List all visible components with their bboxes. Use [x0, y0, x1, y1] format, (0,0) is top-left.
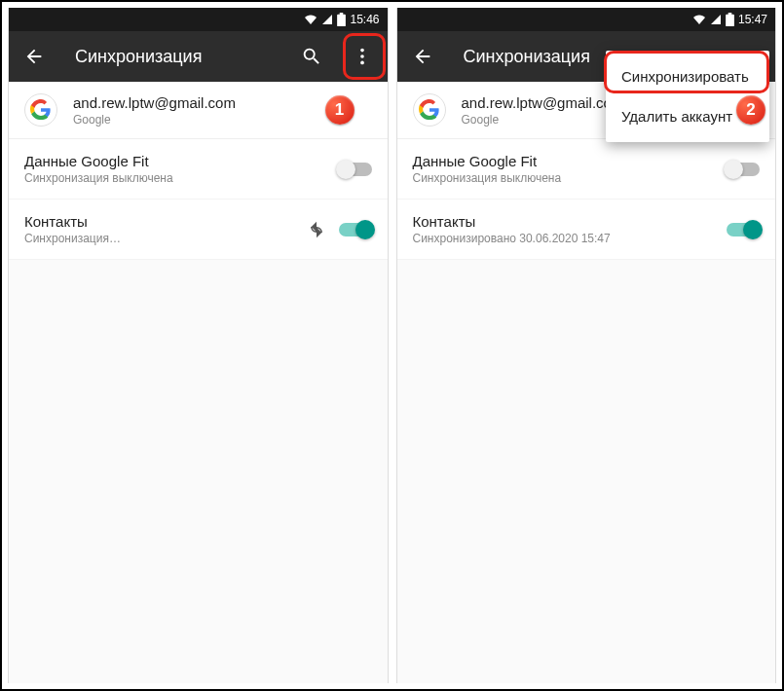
- toggle-switch[interactable]: [339, 163, 372, 176]
- sync-item-subtitle: Синхронизация выключена: [24, 171, 339, 185]
- sync-item-contacts[interactable]: Контакты Синхронизация…: [9, 200, 388, 260]
- account-email: and.rew.lptw@gmail.com: [73, 94, 236, 111]
- sync-item-google-fit[interactable]: Данные Google Fit Синхронизация выключен…: [397, 139, 776, 200]
- svg-point-0: [360, 49, 364, 53]
- status-time: 15:46: [350, 13, 379, 26]
- account-provider: Google: [73, 113, 236, 127]
- cell-signal-icon: [710, 14, 722, 25]
- wifi-icon: [304, 14, 317, 25]
- annotation-badge: 1: [325, 95, 355, 125]
- toggle-switch[interactable]: [339, 223, 372, 236]
- account-provider: Google: [462, 113, 624, 127]
- back-button[interactable]: [17, 39, 52, 74]
- toggle-switch[interactable]: [727, 223, 760, 236]
- sync-item-contacts[interactable]: Контакты Синхронизировано 30.06.2020 15:…: [397, 200, 776, 260]
- sync-item-subtitle: Синхронизация…: [24, 232, 308, 245]
- svg-point-2: [360, 61, 364, 65]
- google-logo-icon: [24, 93, 57, 127]
- sync-item-title: Данные Google Fit: [413, 153, 728, 169]
- toggle-switch[interactable]: [727, 163, 760, 176]
- battery-icon: [726, 13, 734, 26]
- google-logo-icon: [413, 93, 446, 127]
- menu-item-sync-now[interactable]: Синхронизировать: [606, 56, 769, 96]
- app-bar: Синхронизация: [9, 31, 388, 82]
- status-time: 15:47: [738, 13, 767, 26]
- phone-left: 15:46 Синхронизация and.rew.lptw@gmail.c…: [8, 8, 389, 683]
- status-bar: 15:46: [9, 8, 388, 31]
- back-button[interactable]: [405, 39, 440, 74]
- battery-icon: [337, 13, 346, 26]
- annotation-badge: 2: [736, 95, 765, 125]
- sync-item-title: Контакты: [24, 213, 308, 230]
- cell-signal-icon: [321, 14, 333, 25]
- sync-item-google-fit[interactable]: Данные Google Fit Синхронизация выключен…: [9, 139, 388, 200]
- sync-item-subtitle: Синхронизировано 30.06.2020 15:47: [413, 232, 728, 245]
- svg-point-1: [360, 55, 364, 58]
- status-bar: 15:47: [397, 8, 776, 31]
- page-title: Синхронизация: [75, 47, 279, 67]
- sync-item-subtitle: Синхронизация выключена: [413, 171, 728, 185]
- sync-item-title: Контакты: [413, 213, 728, 230]
- wifi-icon: [692, 14, 706, 25]
- search-button[interactable]: [294, 39, 329, 74]
- phone-right: 15:47 Синхронизация and.rew.lptw@gmail.c…: [396, 8, 777, 683]
- overflow-menu-button[interactable]: [345, 39, 380, 74]
- sync-item-title: Данные Google Fit: [24, 153, 339, 169]
- sync-in-progress-icon: [308, 221, 325, 238]
- account-email: and.rew.lptw@gmail.com: [462, 94, 624, 111]
